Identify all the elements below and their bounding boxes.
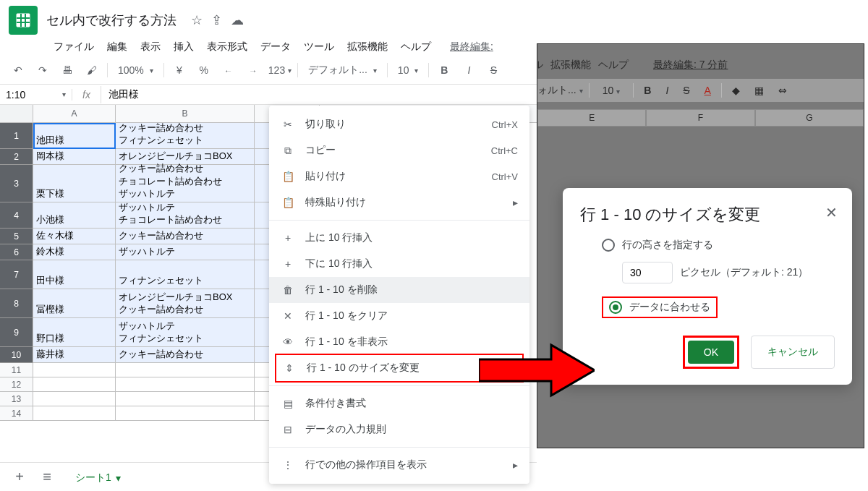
menu-data[interactable]: データ bbox=[256, 38, 295, 56]
menu-insert[interactable]: 挿入 bbox=[169, 38, 198, 56]
menu-format[interactable]: 表示形式 bbox=[203, 38, 252, 56]
cell[interactable]: クッキー詰め合わせ フィナンシェセット bbox=[116, 123, 255, 149]
ctx-hide-rows[interactable]: 👁行 1 - 10 を非表示 bbox=[269, 329, 529, 355]
strike-button[interactable]: S bbox=[484, 61, 503, 80]
menu-view[interactable]: 表示 bbox=[136, 38, 165, 56]
ctx-paste[interactable]: 📋貼り付けCtrl+V bbox=[269, 163, 529, 189]
ctx-resize-rows[interactable]: ⇕行 1 - 10 のサイズを変更 bbox=[276, 355, 516, 381]
cell[interactable]: クッキー詰め合わせ チョコレート詰め合わせ ザッハトルテ bbox=[116, 165, 255, 202]
name-box[interactable]: 1:10 bbox=[0, 89, 72, 101]
ctx-conditional-format[interactable]: ▤条件付き書式 bbox=[269, 390, 529, 417]
rp-text-color-icon: A bbox=[700, 85, 715, 96]
cell[interactable]: クッキー詰め合わせ bbox=[116, 229, 255, 244]
radio-fit-data[interactable]: データに合わせる bbox=[609, 301, 710, 314]
cell[interactable]: 岡本様 bbox=[33, 149, 116, 165]
radio-specify-height[interactable]: 行の高さを指定する bbox=[602, 239, 835, 252]
cell[interactable]: 栗下様 bbox=[33, 165, 116, 202]
cell[interactable] bbox=[33, 363, 116, 377]
cell[interactable]: 佐々木様 bbox=[33, 229, 116, 244]
cell[interactable]: 池田様 bbox=[33, 123, 116, 149]
cell[interactable]: 冨樫様 bbox=[33, 289, 116, 318]
row-header[interactable]: 5 bbox=[0, 229, 33, 244]
cell[interactable] bbox=[116, 406, 255, 421]
undo-icon[interactable]: ↶ bbox=[9, 61, 27, 80]
select-all-corner[interactable] bbox=[0, 105, 33, 122]
dialog-close-button[interactable]: ✕ bbox=[825, 204, 838, 221]
menu-tools[interactable]: ツール bbox=[299, 38, 339, 56]
ctx-paste-special[interactable]: 📋特殊貼り付け bbox=[269, 189, 529, 215]
cell[interactable]: ザッハトルテ bbox=[116, 244, 255, 260]
row-header[interactable]: 6 bbox=[0, 244, 33, 260]
row-header[interactable]: 4 bbox=[0, 202, 33, 229]
increase-decimal-button[interactable]: → bbox=[244, 61, 263, 80]
ctx-copy[interactable]: ⧉コピーCtrl+C bbox=[269, 137, 529, 163]
ctx-clear-rows[interactable]: ✕行 1 - 10 をクリア bbox=[269, 303, 529, 329]
sheet-tab-1[interactable]: シート1 ▾ bbox=[64, 466, 132, 489]
cell[interactable]: ザッハトルテ チョコレート詰め合わせ bbox=[116, 202, 255, 229]
col-header-b[interactable]: B bbox=[116, 105, 255, 122]
row-header[interactable]: 9 bbox=[0, 318, 33, 347]
print-icon[interactable]: 🖶 bbox=[58, 61, 77, 80]
cell[interactable]: クッキー詰め合わせ bbox=[116, 347, 255, 363]
ctx-cut[interactable]: ✂切り取りCtrl+X bbox=[269, 111, 529, 137]
star-icon[interactable]: ☆ bbox=[191, 12, 203, 28]
decrease-decimal-button[interactable]: ← bbox=[219, 61, 238, 80]
sheets-logo-icon[interactable] bbox=[9, 6, 38, 35]
formula-value[interactable]: 池田様 bbox=[101, 88, 146, 101]
ctx-more-row-actions[interactable]: ⋮行での他の操作項目を表示 bbox=[269, 452, 529, 478]
sheet-tab-dropdown-icon[interactable]: ▾ bbox=[116, 472, 121, 484]
add-sheet-button[interactable]: + bbox=[9, 466, 30, 488]
cell[interactable]: ザッハトルテ フィナンシェセット bbox=[116, 318, 255, 347]
font-select[interactable]: デフォルト... bbox=[304, 64, 381, 77]
cell[interactable] bbox=[116, 363, 255, 377]
row-header[interactable]: 7 bbox=[0, 260, 33, 289]
menu-file[interactable]: ファイル bbox=[49, 38, 98, 56]
percent-button[interactable]: % bbox=[195, 61, 213, 80]
row-header[interactable]: 1 bbox=[0, 123, 33, 149]
ctx-insert-above[interactable]: +上に 10 行挿入 bbox=[269, 225, 529, 251]
cell[interactable] bbox=[33, 406, 116, 421]
doc-title[interactable]: セル内で改行する方法 bbox=[46, 12, 176, 29]
cell[interactable] bbox=[116, 377, 255, 392]
all-sheets-button[interactable]: ≡ bbox=[36, 466, 58, 488]
row-header[interactable]: 12 bbox=[0, 377, 33, 392]
cell[interactable] bbox=[33, 377, 116, 392]
menu-help[interactable]: ヘルプ bbox=[396, 38, 435, 56]
row-header[interactable]: 11 bbox=[0, 363, 33, 377]
ctx-delete-rows[interactable]: 🗑行 1 - 10 を削除 bbox=[269, 277, 529, 303]
row-header[interactable]: 10 bbox=[0, 347, 33, 363]
cell[interactable]: 藤井様 bbox=[33, 347, 116, 363]
cell[interactable]: 田中様 bbox=[33, 260, 116, 289]
ctx-data-validation[interactable]: ⊟データの入力規則 bbox=[269, 417, 529, 443]
italic-button[interactable]: I bbox=[459, 61, 478, 80]
cell[interactable]: 野口様 bbox=[33, 318, 116, 347]
move-icon[interactable]: ⇪ bbox=[211, 12, 222, 28]
cancel-button[interactable]: キャンセル bbox=[751, 336, 835, 369]
cell[interactable] bbox=[116, 392, 255, 406]
paint-format-icon[interactable]: 🖌 bbox=[82, 61, 101, 80]
cell[interactable]: 小池様 bbox=[33, 202, 116, 229]
font-size-select[interactable]: 10 bbox=[393, 64, 423, 76]
cell[interactable]: 鈴木様 bbox=[33, 244, 116, 260]
zoom-select[interactable]: 100% bbox=[114, 64, 158, 76]
cell[interactable]: フィナンシェセット bbox=[116, 260, 255, 289]
menu-edit[interactable]: 編集 bbox=[103, 38, 132, 56]
cloud-icon[interactable]: ☁ bbox=[231, 12, 244, 28]
row-header[interactable]: 8 bbox=[0, 289, 33, 318]
last-edit-link[interactable]: 最終編集: bbox=[446, 38, 498, 56]
ok-button[interactable]: OK bbox=[688, 341, 734, 364]
row-header[interactable]: 13 bbox=[0, 392, 33, 406]
currency-button[interactable]: ¥ bbox=[170, 61, 189, 80]
pixel-input[interactable] bbox=[622, 262, 673, 283]
cell[interactable]: オレンジピールチョコBOX クッキー詰め合わせ bbox=[116, 289, 255, 318]
row-header[interactable]: 2 bbox=[0, 149, 33, 165]
number-format-select[interactable]: 123 bbox=[268, 61, 292, 80]
row-header[interactable]: 14 bbox=[0, 406, 33, 421]
col-header-a[interactable]: A bbox=[33, 105, 116, 122]
redo-icon[interactable]: ↷ bbox=[33, 61, 52, 80]
menu-extensions[interactable]: 拡張機能 bbox=[343, 38, 392, 56]
ctx-insert-below[interactable]: +下に 10 行挿入 bbox=[269, 251, 529, 277]
row-header[interactable]: 3 bbox=[0, 165, 33, 202]
cell[interactable] bbox=[33, 392, 116, 406]
bold-button[interactable]: B bbox=[435, 61, 454, 80]
